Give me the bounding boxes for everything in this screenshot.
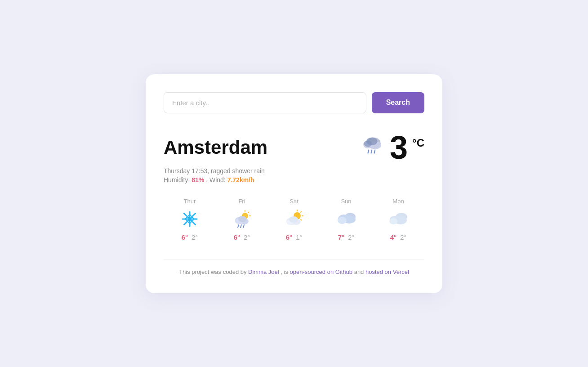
humidity-value: 81% [192, 176, 204, 184]
svg-line-22 [248, 212, 249, 213]
forecast-icon-3 [336, 209, 356, 229]
forecast-temps-3: 7° 2° [338, 233, 355, 241]
city-block: Amsterdam [164, 137, 267, 158]
temp-low-1: 2° [244, 233, 250, 241]
forecast-day-4: Mon 4° 2° [372, 198, 424, 241]
temp-low-3: 2° [348, 233, 354, 241]
temp-high-4: 4° [390, 233, 396, 241]
weather-details: Thursday 17:53, ragged shower rain Humid… [164, 167, 424, 184]
svg-line-6 [371, 150, 372, 153]
temp-high-2: 6° [286, 233, 292, 241]
city-name: Amsterdam [164, 137, 267, 158]
temp-high-1: 6° [234, 233, 240, 241]
weather-card: Search Amsterdam [146, 74, 442, 293]
weather-description: Thursday 17:53, ragged shower rain [164, 167, 424, 175]
svg-line-29 [241, 225, 241, 228]
wind-value: 7.72km/h [227, 176, 254, 184]
temp-high-3: 7° [338, 233, 344, 241]
footer-vercel-link[interactable]: hosted on Vercel [365, 269, 409, 275]
wind-label: , Wind: [206, 176, 227, 184]
footer-text-middle: , is [281, 269, 290, 275]
svg-line-33 [301, 211, 302, 212]
day-label-2: Sat [290, 198, 298, 205]
forecast-icon-0 [181, 209, 199, 229]
svg-point-47 [389, 218, 397, 224]
day-label-4: Mon [392, 198, 404, 205]
temp-block: 3 °C [360, 131, 424, 164]
temperature-value: 3 [390, 131, 408, 164]
svg-line-5 [368, 150, 369, 153]
forecast-icon-4 [388, 209, 409, 229]
svg-point-43 [338, 217, 347, 224]
forecast-day-0: Thur [164, 198, 216, 241]
forecast-temps-1: 6° 2° [234, 233, 250, 241]
day-label-1: Fri [238, 198, 245, 205]
forecast-day-2: Sat 6° 1° [268, 198, 320, 241]
day-label-3: Sun [341, 198, 351, 205]
forecast-day-3: Sun 7° 2° [320, 198, 372, 241]
day-label-0: Thur [184, 198, 196, 205]
svg-line-30 [243, 225, 244, 228]
svg-point-27 [238, 216, 246, 222]
svg-line-35 [301, 219, 302, 220]
forecast-row: Thur [164, 198, 424, 241]
footer: This project was coded by Dimma Joel , i… [164, 259, 424, 275]
humidity-label: Humidity: [164, 176, 190, 184]
weather-stats: Humidity: 81% , Wind: 7.72km/h [164, 176, 424, 184]
footer-author-link[interactable]: Dimma Joel [248, 269, 279, 275]
svg-line-28 [238, 225, 239, 228]
forecast-day-1: Fri [216, 198, 268, 241]
temp-high-0: 6° [182, 233, 188, 241]
search-button[interactable]: Search [372, 92, 424, 113]
temperature-unit: °C [412, 137, 424, 149]
current-weather-icon [360, 133, 385, 162]
current-weather-row: Amsterdam 3 °C [164, 131, 424, 164]
search-input[interactable] [164, 92, 366, 113]
temp-low-4: 2° [400, 233, 406, 241]
forecast-icon-1 [232, 209, 252, 229]
temp-low-0: 2° [192, 233, 198, 241]
forecast-temps-4: 4° 2° [390, 233, 407, 241]
svg-point-39 [289, 216, 298, 223]
svg-line-7 [374, 150, 375, 153]
footer-text-before: This project was coded by [179, 269, 248, 275]
search-row: Search [164, 92, 424, 113]
forecast-temps-2: 6° 1° [286, 233, 303, 241]
footer-github-link[interactable]: open-sourced on Github [290, 269, 352, 275]
svg-point-4 [364, 141, 372, 147]
forecast-icon-2 [284, 209, 304, 229]
footer-text-and: and [354, 269, 365, 275]
forecast-temps-0: 6° 2° [182, 233, 198, 241]
temp-low-2: 1° [296, 233, 302, 241]
